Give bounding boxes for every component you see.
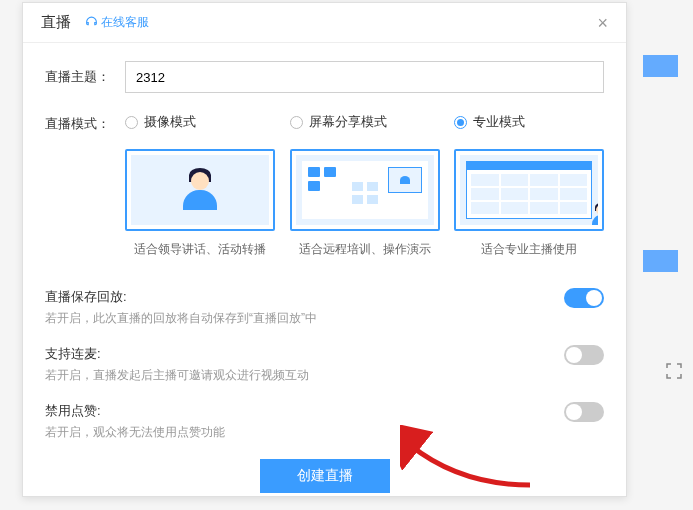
mode-thumb-pro: [454, 149, 604, 231]
toggle-replay[interactable]: [564, 288, 604, 308]
create-live-button[interactable]: 创建直播: [260, 459, 390, 493]
background-decor: [643, 30, 693, 490]
fullscreen-icon[interactable]: [665, 362, 683, 380]
radio-icon: [290, 116, 303, 129]
subject-label: 直播主题：: [45, 68, 125, 86]
radio-icon-checked: [454, 116, 467, 129]
toggle-mic[interactable]: [564, 345, 604, 365]
toggle-row-mic: 支持连麦: 若开启，直播发起后主播可邀请观众进行视频互动: [45, 345, 604, 384]
mode-row: 直播模式： 摄像模式 适合领导讲话、活动转播: [45, 113, 604, 258]
toggle-row-like: 禁用点赞: 若开启，观众将无法使用点赞功能: [45, 402, 604, 441]
mode-options: 摄像模式 适合领导讲话、活动转播 屏幕分享模式: [125, 113, 604, 258]
modal-title: 直播: [41, 13, 71, 32]
headset-icon: [85, 16, 98, 29]
mode-thumb-camera: [125, 149, 275, 231]
close-button[interactable]: ×: [597, 14, 608, 32]
modal-header: 直播 在线客服 ×: [23, 3, 626, 43]
toggle-like[interactable]: [564, 402, 604, 422]
toggle-section: 直播保存回放: 若开启，此次直播的回放将自动保存到“直播回放”中 支持连麦: 若…: [45, 288, 604, 441]
modal-body: 直播主题： 直播模式： 摄像模式 适合领导讲话、活动转播: [23, 43, 626, 503]
subject-input[interactable]: [125, 61, 604, 93]
subject-row: 直播主题：: [45, 61, 604, 93]
mode-label: 直播模式：: [45, 113, 125, 133]
mode-option-pro[interactable]: 专业模式 适合专业主播使用: [454, 113, 604, 258]
toggle-row-replay: 直播保存回放: 若开启，此次直播的回放将自动保存到“直播回放”中: [45, 288, 604, 327]
create-live-modal: 直播 在线客服 × 直播主题： 直播模式： 摄像模式: [22, 2, 627, 497]
support-link[interactable]: 在线客服: [85, 14, 149, 31]
mode-option-camera[interactable]: 摄像模式 适合领导讲话、活动转播: [125, 113, 275, 258]
radio-icon: [125, 116, 138, 129]
mode-option-screen[interactable]: 屏幕分享模式 适合远程培训、操作演示: [290, 113, 440, 258]
mode-thumb-screen: [290, 149, 440, 231]
